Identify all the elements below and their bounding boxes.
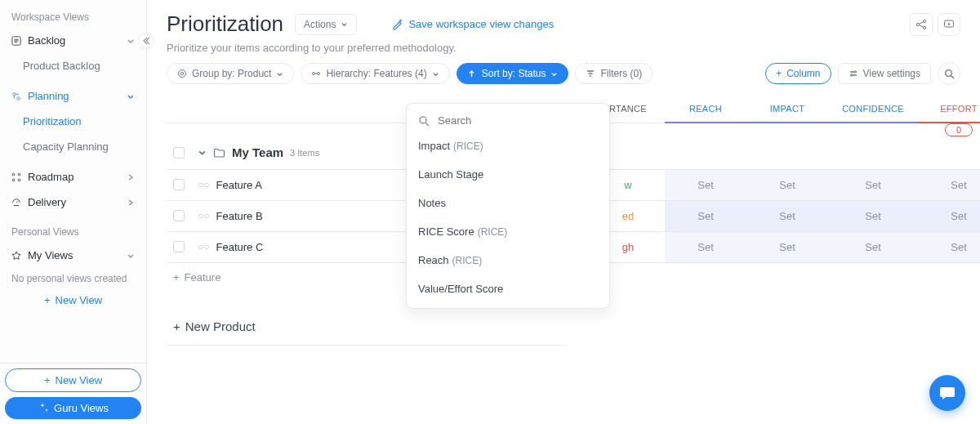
dropdown-item[interactable]: Impact(RICE) (407, 134, 609, 160)
svg-point-14 (318, 73, 320, 75)
col-impact[interactable]: IMPACT (746, 95, 828, 123)
set-reach[interactable]: Set (697, 179, 714, 191)
pill-label: Sort by: Status (482, 68, 546, 79)
plus-icon: + (173, 319, 180, 333)
star-icon (11, 251, 21, 261)
dropdown-item[interactable]: Notes (407, 189, 609, 217)
svg-point-5 (12, 179, 15, 181)
col-reach[interactable]: REACH (665, 95, 746, 123)
hierarchy-pill[interactable]: Hierarchy: Features (4) (301, 63, 449, 84)
folder-icon (213, 146, 225, 158)
svg-point-15 (853, 71, 855, 73)
group-title[interactable]: My Team (232, 145, 283, 159)
set-effort[interactable]: Set (951, 210, 967, 222)
page-title: Prioritization (167, 11, 283, 37)
sidebar-item-planning[interactable]: Planning (3, 83, 143, 109)
plus-icon: + (44, 294, 51, 306)
sidebar-item-roadmap[interactable]: Roadmap (3, 164, 143, 190)
sidebar-item-capacity[interactable]: Capacity Planning (3, 134, 143, 159)
present-button[interactable] (938, 13, 960, 36)
chevron-down-icon (276, 70, 283, 78)
sort-by-pill[interactable]: Sort by: Status (457, 63, 569, 84)
row-name[interactable]: Feature C (216, 241, 264, 253)
svg-point-13 (313, 73, 315, 75)
dropdown-search-input[interactable] (436, 114, 598, 127)
dropdown-item[interactable]: RICE Score(RICE) (407, 217, 609, 246)
chevron-right-icon (127, 173, 135, 181)
sidebar-item-label: My Views (28, 249, 120, 261)
set-reach[interactable]: Set (697, 241, 714, 253)
link-icon: ○○ (198, 210, 210, 221)
guru-views-button[interactable]: Guru Views (5, 397, 141, 419)
chevron-down-icon (127, 92, 135, 100)
set-impact[interactable]: Set (779, 210, 795, 222)
sidebar-item-prioritization[interactable]: Prioritization (3, 109, 143, 134)
plus-icon: + (44, 374, 51, 386)
chevron-down-icon (341, 20, 348, 28)
sidebar-item-label: Backlog (28, 34, 120, 47)
chevron-down-icon[interactable] (198, 148, 207, 157)
sidebar-item-label: New View (56, 294, 103, 306)
dropdown-item[interactable]: Value/Effort Score (407, 274, 609, 303)
set-confidence[interactable]: Set (865, 241, 881, 253)
sidebar-collapse[interactable] (138, 33, 154, 49)
priority-value: w (624, 179, 631, 191)
filters-pill[interactable]: Filters (0) (575, 63, 653, 84)
col-effort[interactable]: EFFORT (918, 95, 980, 123)
sidebar-item-backlog[interactable]: Backlog (3, 28, 143, 53)
sort-dropdown: Impact(RICE)Launch StageNotesRICE Score(… (406, 103, 610, 309)
sidebar-item-delivery[interactable]: Delivery (3, 190, 143, 215)
view-settings-button[interactable]: View settings (838, 63, 931, 84)
checkbox[interactable] (173, 210, 185, 221)
set-effort[interactable]: Set (951, 179, 967, 191)
checkbox[interactable] (173, 179, 185, 190)
actions-menu[interactable]: Actions (295, 14, 357, 35)
set-impact[interactable]: Set (779, 241, 795, 253)
sidebar-item-product-backlog[interactable]: Product Backlog (3, 53, 143, 78)
dropdown-item[interactable]: Launch Stage (407, 160, 609, 189)
page-subtitle: Prioritize your items according to your … (167, 37, 960, 62)
priority-value: gh (622, 241, 634, 253)
save-view-link[interactable]: Save workspace view changes (391, 18, 554, 30)
share-button[interactable] (910, 13, 933, 36)
add-label: Feature (185, 271, 221, 283)
checkbox[interactable] (173, 241, 185, 252)
checkbox[interactable] (173, 147, 185, 158)
chat-launcher[interactable] (929, 375, 965, 411)
chevron-right-icon (127, 199, 135, 207)
set-reach[interactable]: Set (697, 210, 714, 222)
row-name[interactable]: Feature A (216, 179, 262, 191)
sidebar-item-myviews[interactable]: My Views (3, 243, 143, 268)
new-view-button[interactable]: + New View (5, 368, 141, 392)
search-button[interactable] (938, 62, 960, 85)
add-column-button[interactable]: + Column (765, 63, 831, 84)
add-label: New Product (185, 319, 256, 333)
svg-point-16 (850, 74, 852, 76)
add-product-row[interactable]: + New Product (167, 308, 567, 346)
svg-point-17 (945, 69, 951, 76)
set-confidence[interactable]: Set (865, 179, 881, 191)
list-icon (11, 36, 21, 46)
group-by-pill[interactable]: Group by: Product (167, 63, 294, 84)
dropdown-item[interactable]: Reach(RICE) (407, 246, 609, 274)
present-icon (943, 19, 955, 30)
svg-point-6 (18, 179, 20, 181)
svg-point-8 (916, 23, 919, 25)
delivery-icon (11, 198, 21, 208)
arrow-up-icon (467, 69, 477, 78)
sidebar-item-label: Capacity Planning (23, 141, 109, 153)
chevron-down-icon (432, 70, 439, 78)
set-effort[interactable]: Set (951, 241, 967, 253)
col-confidence[interactable]: CONFIDENCE (828, 95, 918, 123)
set-confidence[interactable]: Set (865, 210, 881, 222)
share-icon (915, 19, 927, 30)
svg-point-7 (923, 20, 925, 22)
sidebar-new-view-link[interactable]: + New View (3, 289, 143, 311)
chat-icon (938, 384, 956, 402)
pill-label: Group by: Product (192, 68, 271, 79)
sidebar-item-label: Delivery (28, 196, 120, 208)
set-impact[interactable]: Set (779, 179, 795, 191)
priority-value: ed (622, 210, 634, 222)
row-name[interactable]: Feature B (216, 210, 263, 222)
svg-point-18 (420, 116, 426, 123)
